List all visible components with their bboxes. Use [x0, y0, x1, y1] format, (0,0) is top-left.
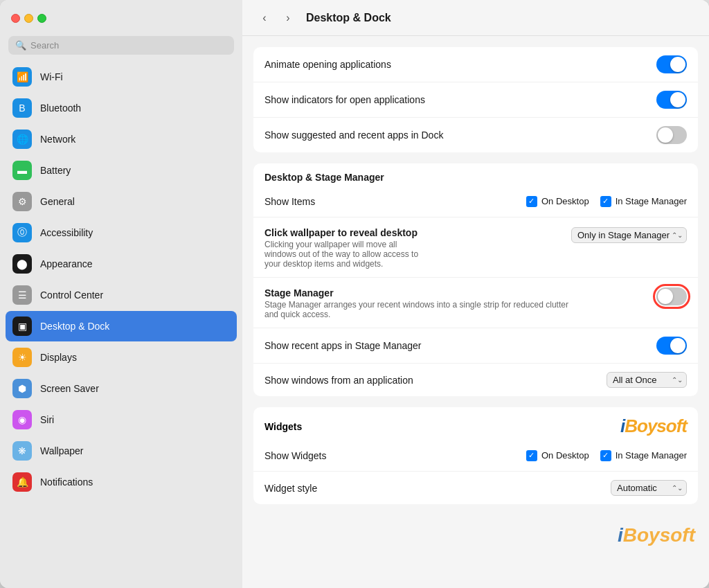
- general-icon: ⚙: [12, 192, 32, 211]
- row-stage_manager: Stage ManagerStage Manager arranges your…: [253, 278, 698, 328]
- checkbox[interactable]: ✓: [600, 450, 611, 461]
- notifications-icon: 🔔: [12, 472, 32, 492]
- row-sublabel: Stage Manager arranges your recent windo…: [264, 300, 576, 319]
- desktopdock-icon: ▣: [12, 317, 32, 336]
- dropdown-wrapper[interactable]: AutomaticMonochromeFull Color⌃⌄: [611, 480, 687, 496]
- sidebar-item-desktopdock[interactable]: ▣Desktop & Dock: [6, 311, 237, 341]
- toggle-knob: [658, 127, 673, 143]
- desktop-stage-manager-section: Desktop & Stage ManagerShow Items✓On Des…: [253, 163, 698, 396]
- row-animate: Animate opening applications: [253, 47, 698, 82]
- checkbox-group[interactable]: ✓In Stage Manager: [600, 450, 687, 461]
- watermark: iBoysoft: [620, 416, 687, 437]
- watermark-i: i: [618, 524, 623, 546]
- dropdown-select[interactable]: AutomaticMonochromeFull Color: [611, 480, 687, 496]
- sidebar-label-appearance: Appearance: [40, 258, 93, 269]
- row-label: Show Widgets: [264, 450, 526, 461]
- row-label: Show Items: [264, 196, 526, 207]
- sidebar-item-siri[interactable]: ◉Siri: [6, 404, 237, 435]
- row-label-group: Stage ManagerStage Manager arranges your…: [264, 287, 656, 319]
- row-show_indicators: Show indicators for open applications: [253, 82, 698, 118]
- main-header: ‹ › Desktop & Dock: [242, 0, 709, 36]
- sidebar-label-wallpaper: Wallpaper: [40, 445, 84, 456]
- search-box[interactable]: 🔍: [8, 36, 234, 55]
- sidebar-item-controlcenter[interactable]: ☰Control Center: [6, 280, 237, 310]
- toggle-switch[interactable]: [656, 91, 687, 109]
- row-show_suggested: Show suggested and recent apps in Dock: [253, 118, 698, 152]
- toggle-switch[interactable]: [656, 287, 687, 305]
- checkbox-group[interactable]: ✓In Stage Manager: [600, 196, 687, 207]
- dropdown-wrapper[interactable]: All at OnceOne at a Time⌃⌄: [607, 372, 687, 388]
- wifi-icon: 📶: [12, 67, 32, 87]
- sidebar-item-bluetooth[interactable]: BBluetooth: [6, 93, 237, 123]
- checkbox[interactable]: ✓: [526, 196, 537, 207]
- minimize-button[interactable]: [24, 14, 33, 23]
- dropdown-select[interactable]: All at OnceOne at a Time: [607, 372, 687, 388]
- toggle-switch[interactable]: [656, 126, 687, 144]
- row-click_wallpaper: Click wallpaper to reveal desktopClickin…: [253, 217, 698, 278]
- sidebar-item-general[interactable]: ⚙General: [6, 186, 237, 217]
- network-icon: 🌐: [12, 130, 32, 149]
- checkbox-label: In Stage Manager: [616, 196, 687, 206]
- checkbox-label: In Stage Manager: [616, 450, 687, 461]
- toggle-switch[interactable]: [656, 55, 687, 73]
- row-label: Animate opening applications: [264, 59, 656, 70]
- checkbox-group[interactable]: ✓On Desktop: [526, 450, 589, 461]
- search-icon: 🔍: [15, 40, 26, 51]
- row-show_windows: Show windows from an applicationAll at O…: [253, 364, 698, 396]
- row-widget_style: Widget styleAutomaticMonochromeFull Colo…: [253, 472, 698, 504]
- row-label-group: Click wallpaper to reveal desktopClickin…: [264, 227, 571, 269]
- siri-icon: ◉: [12, 410, 32, 429]
- sidebar-label-network: Network: [40, 134, 75, 145]
- watermark: iBoysoft: [618, 524, 695, 546]
- sidebar-label-notifications: Notifications: [40, 476, 93, 488]
- sidebar-list: 📶Wi-FiBBluetooth🌐Network▬Battery⚙General…: [0, 62, 242, 588]
- back-button[interactable]: ‹: [256, 10, 273, 26]
- sidebar-label-accessibility: Accessibility: [40, 227, 93, 238]
- dropdown-select[interactable]: AlwaysOnly in Stage ManagerNever: [571, 227, 687, 243]
- sidebar-item-screensaver[interactable]: ⬢Screen Saver: [6, 373, 237, 404]
- sidebar-label-siri: Siri: [40, 414, 54, 425]
- sidebar-item-battery[interactable]: ▬Battery: [6, 155, 237, 186]
- titlebar: [0, 0, 242, 36]
- checkbox-group[interactable]: ✓On Desktop: [526, 196, 589, 207]
- widgets-section: WidgetsiBoysoftShow Widgets✓On Desktop✓I…: [253, 407, 698, 504]
- screensaver-icon: ⬢: [12, 379, 32, 398]
- sidebar: 🔍 📶Wi-FiBBluetooth🌐Network▬Battery⚙Gener…: [0, 0, 242, 588]
- sidebar-label-screensaver: Screen Saver: [40, 383, 99, 394]
- sidebar-item-network[interactable]: 🌐Network: [6, 124, 237, 154]
- checkbox[interactable]: ✓: [526, 450, 537, 461]
- bluetooth-icon: B: [12, 98, 32, 118]
- toggle-knob: [658, 289, 673, 304]
- search-input[interactable]: [30, 40, 227, 51]
- row-label: Click wallpaper to reveal desktop: [264, 227, 571, 238]
- row-label: Stage Manager: [264, 287, 656, 299]
- close-button[interactable]: [11, 14, 20, 23]
- maximize-button[interactable]: [37, 14, 46, 23]
- toggle-knob: [670, 57, 685, 72]
- dropdown-wrapper[interactable]: AlwaysOnly in Stage ManagerNever⌃⌄: [571, 227, 687, 243]
- row-label: Show indicators for open applications: [264, 94, 656, 105]
- page-title: Desktop & Dock: [306, 12, 391, 24]
- sidebar-label-bluetooth: Bluetooth: [40, 103, 81, 114]
- sidebar-label-displays: Displays: [40, 352, 77, 363]
- sidebar-item-wifi[interactable]: 📶Wi-Fi: [6, 62, 237, 92]
- forward-button[interactable]: ›: [280, 10, 296, 26]
- toggle-knob: [670, 338, 685, 353]
- toggle-switch[interactable]: [656, 337, 687, 355]
- checkbox-label: On Desktop: [541, 196, 589, 206]
- row-right: ✓On Desktop✓In Stage Manager: [526, 450, 687, 461]
- sidebar-label-general: General: [40, 196, 75, 207]
- sidebar-item-wallpaper[interactable]: ❋Wallpaper: [6, 436, 237, 466]
- row-show_items: Show Items✓On Desktop✓In Stage Manager: [253, 186, 698, 217]
- sidebar-item-accessibility[interactable]: ⓪Accessibility: [6, 217, 237, 248]
- main-body: Animate opening applicationsShow indicat…: [242, 36, 709, 588]
- checkbox[interactable]: ✓: [600, 196, 611, 207]
- sidebar-label-battery: Battery: [40, 165, 71, 176]
- sidebar-item-displays[interactable]: ☀Displays: [6, 342, 237, 373]
- sidebar-item-appearance[interactable]: ⬤Appearance: [6, 249, 237, 279]
- row-label: Show windows from an application: [264, 375, 607, 386]
- appearance-icon: ⬤: [12, 254, 32, 274]
- sidebar-label-desktopdock: Desktop & Dock: [40, 321, 109, 332]
- accessibility-icon: ⓪: [12, 223, 32, 242]
- sidebar-item-notifications[interactable]: 🔔Notifications: [6, 467, 237, 497]
